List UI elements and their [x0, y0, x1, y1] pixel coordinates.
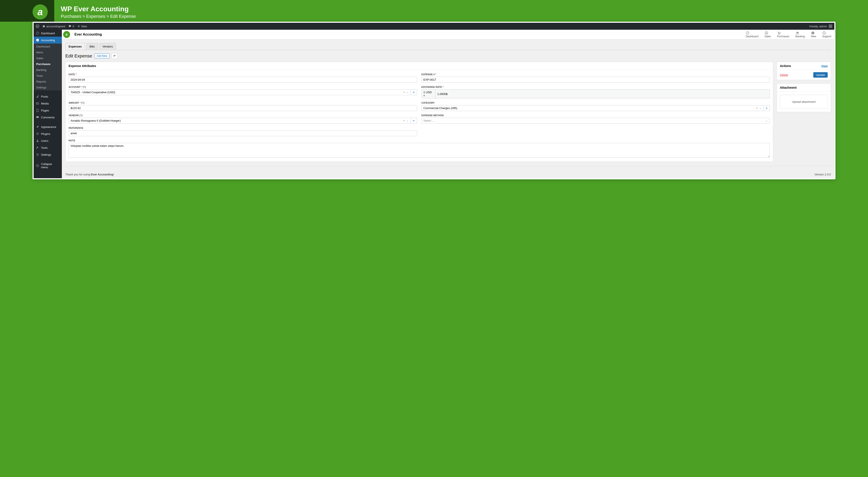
sidebar-item-pages[interactable]: Pages — [34, 107, 62, 114]
label-vendor: VENDOR [?] — [69, 114, 417, 117]
nav-purchases[interactable]: Purchases — [774, 30, 793, 39]
svg-point-15 — [779, 34, 780, 34]
nav-support[interactable]: ?Support — [819, 30, 834, 39]
submenu-purchases[interactable]: Purchases — [34, 61, 62, 67]
svg-text:?: ? — [824, 32, 825, 34]
page-icon — [36, 109, 39, 112]
label-category: CATEGORY — [422, 101, 770, 104]
category-select[interactable]: Commercial Charges (#95) × ⌄ — [422, 105, 764, 111]
label-amount: AMOUNT * [?] — [69, 101, 417, 104]
exchange-rate-input[interactable] — [435, 89, 770, 98]
upload-attachment[interactable]: Upload attachment — [780, 95, 828, 109]
clear-icon[interactable]: × — [403, 119, 405, 122]
svg-point-9 — [37, 155, 37, 156]
amount-input[interactable] — [69, 105, 417, 111]
breadcrumb: Purchases > Expenses > Edit Expense — [61, 14, 136, 19]
plus-icon: + — [413, 119, 415, 123]
tab-expenses[interactable]: Expenses — [65, 43, 85, 50]
plugin-title: Ever Accounting — [71, 33, 105, 36]
panel-attachment-header: Attachment — [777, 84, 831, 92]
sidebar-item-appearance[interactable]: Appearance — [34, 123, 62, 130]
submenu-dashboard[interactable]: Dashboard — [34, 43, 62, 49]
clear-icon[interactable]: × — [756, 107, 758, 109]
note-textarea[interactable]: Voluptas mollitia soluta totam sequi har… — [69, 143, 770, 158]
back-button[interactable]: ↶ — [112, 53, 117, 59]
label-date: DATE * — [69, 73, 417, 76]
panel-attributes-header: Expense Attributes — [65, 62, 773, 70]
footer-version: Version 2.0.0 — [814, 173, 831, 176]
footer-thanks: Thank you for using Ever Accounting! — [65, 173, 114, 176]
add-new-button[interactable]: Add New — [94, 54, 110, 58]
sidebar-item-media[interactable]: Media — [34, 100, 62, 107]
tab-bills[interactable]: Bills — [86, 43, 98, 50]
date-input[interactable] — [69, 77, 417, 82]
nav-new[interactable]: New — [808, 30, 819, 39]
update-button[interactable]: Update — [813, 72, 828, 78]
expense-number-input[interactable] — [422, 77, 770, 82]
label-account: ACCOUNT * [?] — [69, 86, 417, 88]
site-link[interactable]: accountingnext — [42, 25, 65, 28]
svg-point-6 — [37, 140, 38, 141]
view-link[interactable]: View — [822, 64, 828, 68]
add-vendor-button[interactable]: + — [411, 118, 417, 124]
plugin-logo: a — [63, 31, 70, 38]
submenu-tools[interactable]: Tools — [34, 73, 62, 79]
vendor-select[interactable]: Arnaldo Romaguera II (Gottlieb-Hoeger) ×… — [69, 118, 411, 124]
avatar[interactable] — [829, 25, 832, 28]
pin-icon — [36, 95, 39, 98]
chevron-down-icon: ⌄ — [759, 107, 762, 109]
sidebar-item-tools[interactable]: Tools — [34, 144, 62, 151]
gauge-icon — [746, 31, 758, 35]
sidebar-collapse[interactable]: Collapse menu — [34, 161, 62, 171]
add-category-button[interactable]: + — [764, 105, 770, 111]
sidebar-item-users[interactable]: Users — [34, 137, 62, 144]
plus-icon: + — [413, 91, 415, 94]
submenu-sales[interactable]: Sales — [34, 55, 62, 61]
chevron-down-icon: ⌄ — [766, 119, 768, 122]
panel-actions-header: Actions — [780, 64, 791, 68]
home-icon — [42, 25, 45, 28]
brush-icon — [36, 125, 39, 129]
account-select[interactable]: 704525 - United Cooperative (USD) × ⌄ — [69, 89, 411, 95]
question-icon: ? — [822, 31, 831, 35]
gauge-icon — [36, 31, 39, 35]
new-link[interactable]: New — [77, 25, 87, 28]
clear-icon[interactable]: × — [403, 91, 405, 94]
nav-sales[interactable]: $Sales — [762, 30, 774, 39]
delete-link[interactable]: Delete — [780, 73, 788, 76]
sidebar-item-plugins[interactable]: Plugins — [34, 130, 62, 137]
svg-text:$: $ — [766, 32, 767, 34]
submenu-banking[interactable]: Banking — [34, 67, 62, 73]
sidebar-item-dashboard[interactable]: Dashboard — [34, 30, 62, 37]
label-note: NOTE — [69, 139, 770, 142]
submenu-reports[interactable]: Reports — [34, 79, 62, 84]
nav-dashboard[interactable]: Dashboard — [743, 30, 762, 39]
plus-icon — [77, 25, 80, 28]
bank-icon — [796, 31, 805, 35]
expense-method-select[interactable]: Select ... ⌄ — [422, 118, 770, 124]
plus-circle-icon — [811, 31, 816, 35]
label-expense-no: EXPENSE # * — [422, 73, 770, 76]
cart-icon — [777, 31, 789, 35]
comments-link[interactable]: 0 — [68, 25, 74, 28]
tab-vendors[interactable]: Vendors — [99, 43, 116, 50]
sidebar-item-comments[interactable]: Comments — [34, 114, 62, 121]
nav-banking[interactable]: Banking — [793, 30, 808, 39]
chevron-down-icon: ⌄ — [406, 91, 409, 94]
comment-icon — [36, 115, 39, 119]
exchange-prefix: 1 USD = — [422, 89, 435, 98]
undo-icon: ↶ — [113, 54, 116, 58]
sidebar-item-accounting[interactable]: a Accounting — [34, 37, 62, 43]
svg-point-8 — [38, 155, 38, 155]
wp-logo-icon[interactable] — [36, 25, 39, 28]
add-account-button[interactable]: + — [411, 89, 417, 95]
user-icon — [36, 139, 39, 142]
submenu-settings[interactable]: Settings — [34, 84, 62, 91]
sidebar-item-settings[interactable]: Settings — [34, 151, 62, 158]
greeting[interactable]: Howdy, admin — [809, 25, 827, 28]
reference-input[interactable] — [69, 130, 417, 136]
sidebar-item-posts[interactable]: Posts — [34, 93, 62, 100]
submenu-items[interactable]: Items — [34, 49, 62, 55]
accounting-icon: a — [36, 38, 39, 42]
label-expense-method: EXPENSE METHOD — [422, 114, 770, 117]
